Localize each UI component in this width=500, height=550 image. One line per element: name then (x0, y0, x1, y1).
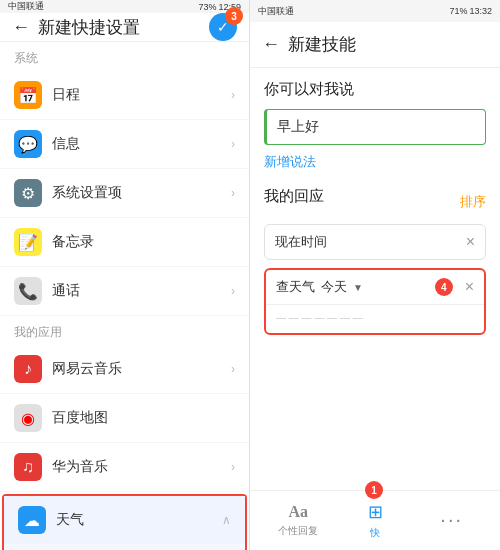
text-reply-icon: Aa (289, 503, 309, 521)
left-back-button[interactable]: ← (12, 17, 30, 38)
list-item-schedule[interactable]: 📅 日程 › (0, 71, 249, 120)
left-panel: 中国联通 73% 12:59 ← 新建快捷设置 ✓ 3 系统 📅 日程 › 💬 … (0, 0, 250, 550)
response-time-label: 现在时间 (275, 233, 466, 251)
nav-text-label: 个性回复 (278, 524, 318, 538)
chevron-icon: › (231, 88, 235, 102)
list-item-note[interactable]: 📝 备忘录 (0, 218, 249, 267)
schedule-label: 日程 (52, 86, 221, 104)
list-item-baidu[interactable]: ◉ 百度地图 (0, 394, 249, 443)
call-label: 通话 (52, 282, 221, 300)
weather-item-content: — — — — — — — (266, 305, 484, 333)
nav-badge-1: 1 (365, 481, 383, 499)
netease-icon: ♪ (14, 355, 42, 383)
left-top-bar: ← 新建快捷设置 ✓ 3 (0, 13, 249, 42)
right-time: 13:32 (469, 6, 492, 16)
left-carrier: 中国联通 (8, 0, 44, 13)
section-system: 系统 (0, 42, 249, 71)
right-battery: 71% (449, 6, 467, 16)
weather-badge: 4 (435, 278, 453, 296)
list-item-weather[interactable]: ☁ 天气 ∧ (4, 496, 245, 544)
bottom-nav: 1 Aa 个性回复 ⊞ 快 ··· (250, 490, 500, 550)
right-content: 你可以对我说 早上好 新增说法 我的回应 排序 现在时间 × 查天气 今天 ▼ … (250, 68, 500, 490)
schedule-icon: 📅 (14, 81, 42, 109)
weather-dropdown-icon[interactable]: ▼ (353, 282, 363, 293)
note-icon: 📝 (14, 228, 42, 256)
chevron-icon: › (231, 137, 235, 151)
quick-icon: ⊞ (368, 501, 383, 523)
response-header: 我的回应 排序 (264, 187, 486, 216)
right-page-title: 新建技能 (288, 33, 488, 56)
nav-quick-label: 快 (370, 526, 380, 540)
weather-content-text: — — — — — — — (276, 312, 363, 323)
right-top-bar: ← 新建技能 (250, 22, 500, 68)
list-item-hwmusic[interactable]: ♫ 华为音乐 › (0, 443, 249, 492)
right-status-bar: 中国联通 71% 13:32 (250, 0, 500, 22)
add-phrase-btn[interactable]: 新增说法 (264, 153, 486, 171)
baidu-icon: ◉ (14, 404, 42, 432)
confirm-button[interactable]: ✓ 3 (209, 13, 237, 41)
weather-response-item[interactable]: 查天气 今天 ▼ 4 × — — — — — — — (264, 268, 486, 335)
nav-item-text-reply[interactable]: Aa 个性回复 (260, 503, 337, 538)
remove-weather-btn[interactable]: × (465, 278, 474, 296)
list-item-message[interactable]: 💬 信息 › (0, 120, 249, 169)
note-label: 备忘录 (52, 233, 235, 251)
nav-item-more[interactable]: ··· (413, 508, 490, 534)
netease-label: 网易云音乐 (52, 360, 221, 378)
left-status-bar: 中国联通 73% 12:59 (0, 0, 249, 13)
more-icon: ··· (440, 508, 463, 531)
weather-query-tag: 查天气 (276, 278, 315, 296)
remove-time-btn[interactable]: × (466, 233, 475, 251)
section-myapps: 我的应用 (0, 316, 249, 345)
you-can-say-title: 你可以对我说 (264, 80, 486, 99)
left-battery: 73% (198, 2, 216, 12)
right-back-button[interactable]: ← (262, 34, 280, 55)
weather-today-tag: 今天 (321, 278, 347, 296)
confirm-badge: 3 (225, 7, 243, 25)
sub-item-checkweather[interactable]: 查天气 (4, 544, 245, 550)
settings-icon: ⚙ (14, 179, 42, 207)
right-carrier: 中国联通 (258, 5, 294, 18)
right-status-right: 71% 13:32 (449, 6, 492, 16)
response-item-time[interactable]: 现在时间 × (264, 224, 486, 260)
right-status-left: 中国联通 (258, 5, 294, 18)
sort-button[interactable]: 排序 (460, 193, 486, 211)
chevron-up-icon: ∧ (222, 513, 231, 527)
right-panel: 中国联通 71% 13:32 ← 新建技能 你可以对我说 早上好 新增说法 我的… (250, 0, 500, 550)
phrase-box: 早上好 (264, 109, 486, 145)
message-label: 信息 (52, 135, 221, 153)
baidu-label: 百度地图 (52, 409, 235, 427)
call-icon: 📞 (14, 277, 42, 305)
nav-item-quick[interactable]: ⊞ 快 (337, 501, 414, 540)
list-item-netease[interactable]: ♪ 网易云音乐 › (0, 345, 249, 394)
settings-label: 系统设置项 (52, 184, 221, 202)
weather-label: 天气 (56, 511, 212, 529)
my-response-title: 我的回应 (264, 187, 324, 206)
hwmusic-label: 华为音乐 (52, 458, 221, 476)
message-icon: 💬 (14, 130, 42, 158)
list-item-call[interactable]: 📞 通话 › (0, 267, 249, 316)
chevron-icon: › (231, 186, 235, 200)
left-status-left: 中国联通 (8, 0, 44, 13)
chevron-icon: › (231, 284, 235, 298)
weather-expand-group: ☁ 天气 ∧ 查天气 (2, 494, 247, 550)
hwmusic-icon: ♫ (14, 453, 42, 481)
chevron-icon: › (231, 362, 235, 376)
chevron-icon: › (231, 460, 235, 474)
weather-item-header: 查天气 今天 ▼ 4 × (266, 270, 484, 305)
left-page-title: 新建快捷设置 (38, 16, 201, 39)
weather-icon: ☁ (18, 506, 46, 534)
list-item-settings[interactable]: ⚙ 系统设置项 › (0, 169, 249, 218)
